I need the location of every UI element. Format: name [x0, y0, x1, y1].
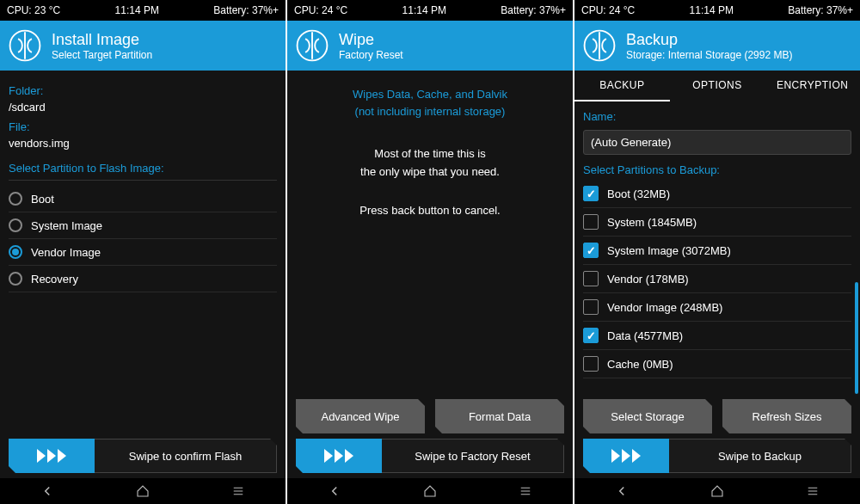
app-header: Wipe Factory Reset — [287, 21, 573, 71]
status-bar: CPU: 24 °C 11:14 PM Battery: 37%+ — [287, 0, 573, 21]
slider-label: Swipe to Factory Reset — [382, 439, 564, 473]
checkbox-label: Boot (32MB) — [607, 187, 670, 200]
checkbox-label: Data (4577MB) — [607, 329, 683, 342]
clock: 11:14 PM — [690, 4, 734, 16]
slider-handle[interactable] — [583, 439, 669, 473]
slider-handle[interactable] — [296, 439, 382, 473]
format-data-button[interactable]: Format Data — [435, 399, 564, 433]
file-label: File: — [9, 120, 277, 133]
wipe-desc-line2: the only wipe that you need. — [296, 163, 564, 181]
partition-section-label: Select Partition to Flash Image: — [9, 162, 277, 181]
nav-bar — [0, 478, 286, 504]
radio-icon — [9, 245, 22, 259]
checkbox-icon — [583, 299, 599, 315]
battery-level: Battery: 37%+ — [213, 4, 279, 16]
clock: 11:14 PM — [402, 4, 446, 16]
home-icon[interactable] — [420, 481, 440, 501]
status-bar: CPU: 24 °C 11:14 PM Battery: 37%+ — [574, 0, 860, 21]
tab-backup[interactable]: BACKUP — [574, 71, 670, 101]
menu-icon[interactable] — [228, 481, 249, 501]
partition-check-row[interactable]: Cache (0MB) — [583, 350, 851, 378]
partition-list: Boot (32MB)System (1845MB)System Image (… — [583, 180, 851, 378]
checkbox-icon — [583, 243, 599, 258]
folder-value: /sdcard — [9, 101, 277, 114]
folder-label: Folder: — [9, 84, 277, 97]
scroll-indicator[interactable] — [855, 282, 858, 394]
partition-list: BootSystem ImageVendor ImageRecovery — [9, 186, 277, 292]
back-icon[interactable] — [324, 481, 345, 501]
partition-radio-row[interactable]: Vendor Image — [9, 239, 277, 266]
cpu-temp: CPU: 23 °C — [7, 4, 60, 16]
nav-bar — [574, 478, 860, 504]
page-subtitle: Factory Reset — [339, 49, 403, 61]
partition-radio-row[interactable]: Boot — [9, 186, 277, 212]
file-value: vendors.img — [9, 137, 277, 150]
page-title: Backup — [626, 31, 792, 49]
checkbox-label: Vendor Image (248MB) — [607, 301, 722, 314]
back-icon[interactable] — [37, 481, 58, 501]
partition-check-row[interactable]: Data (4577MB) — [583, 322, 851, 350]
menu-icon[interactable] — [515, 481, 536, 501]
checkbox-icon — [583, 328, 599, 343]
app-header: Backup Storage: Internal Storage (2992 M… — [574, 21, 860, 71]
swipe-slider[interactable]: Swipe to Backup — [583, 439, 851, 473]
advanced-wipe-button[interactable]: Advanced Wipe — [296, 399, 425, 433]
radio-label: Boot — [31, 193, 54, 206]
select-storage-button[interactable]: Select Storage — [583, 399, 712, 433]
tab-options[interactable]: OPTIONS — [670, 71, 765, 101]
partition-radio-row[interactable]: System Image — [9, 212, 277, 239]
name-label: Name: — [583, 110, 851, 123]
checkbox-label: System Image (3072MB) — [607, 244, 731, 257]
home-icon[interactable] — [707, 481, 728, 501]
wipe-info-line2: (not including internal storage) — [296, 103, 564, 120]
slider-label: Swipe to confirm Flash — [95, 439, 277, 473]
page-subtitle: Storage: Internal Storage (2992 MB) — [626, 49, 792, 61]
battery-level: Battery: 37%+ — [788, 4, 853, 16]
app-header: Install Image Select Target Partition — [0, 21, 286, 71]
radio-label: System Image — [31, 219, 102, 232]
partition-check-row[interactable]: System Image (3072MB) — [583, 237, 851, 265]
twrp-logo-icon — [583, 29, 616, 62]
tab-bar: BACKUP OPTIONS ENCRYPTION — [574, 71, 860, 101]
partition-check-row[interactable]: System (1845MB) — [583, 208, 851, 237]
radio-label: Vendor Image — [31, 246, 101, 259]
checkbox-label: System (1845MB) — [607, 216, 697, 229]
checkbox-icon — [583, 356, 599, 372]
nav-bar — [287, 478, 573, 504]
battery-level: Battery: 37%+ — [501, 4, 566, 16]
partitions-section-label: Select Partitions to Backup: — [583, 163, 851, 176]
backup-name-input[interactable] — [583, 130, 851, 155]
screen-wipe: CPU: 24 °C 11:14 PM Battery: 37%+ Wipe F… — [287, 0, 573, 504]
page-subtitle: Select Target Partition — [52, 49, 152, 61]
twrp-logo-icon — [9, 29, 41, 62]
partition-check-row[interactable]: Boot (32MB) — [583, 180, 851, 208]
back-icon[interactable] — [611, 481, 632, 501]
checkbox-icon — [583, 271, 599, 286]
tab-encryption[interactable]: ENCRYPTION — [765, 71, 860, 101]
partition-radio-row[interactable]: Recovery — [9, 266, 277, 292]
slider-handle[interactable] — [9, 439, 95, 473]
refresh-sizes-button[interactable]: Refresh Sizes — [722, 399, 851, 433]
checkbox-label: Vendor (178MB) — [607, 273, 689, 286]
partition-check-row[interactable]: Vendor Image (248MB) — [583, 293, 851, 322]
radio-icon — [9, 192, 22, 206]
menu-icon[interactable] — [802, 481, 823, 501]
checkbox-icon — [583, 186, 599, 201]
wipe-desc-line1: Most of the time this is — [296, 145, 564, 163]
partition-check-row[interactable]: Vendor (178MB) — [583, 265, 851, 293]
twrp-logo-icon — [296, 29, 329, 62]
wipe-info-line1: Wipes Data, Cache, and Dalvik — [296, 86, 564, 103]
page-title: Wipe — [339, 31, 403, 49]
checkbox-icon — [583, 214, 599, 230]
status-bar: CPU: 23 °C 11:14 PM Battery: 37%+ — [0, 0, 286, 21]
page-title: Install Image — [52, 31, 152, 49]
swipe-slider[interactable]: Swipe to Factory Reset — [296, 439, 564, 473]
radio-icon — [9, 272, 22, 286]
checkbox-label: Cache (0MB) — [607, 358, 673, 371]
screen-backup: CPU: 24 °C 11:14 PM Battery: 37%+ Backup… — [574, 0, 860, 504]
screen-install-image: CPU: 23 °C 11:14 PM Battery: 37%+ Instal… — [0, 0, 286, 504]
home-icon[interactable] — [132, 481, 153, 501]
cpu-temp: CPU: 24 °C — [581, 4, 635, 16]
wipe-desc-line3: Press back button to cancel. — [296, 202, 564, 220]
swipe-slider[interactable]: Swipe to confirm Flash — [9, 439, 277, 473]
